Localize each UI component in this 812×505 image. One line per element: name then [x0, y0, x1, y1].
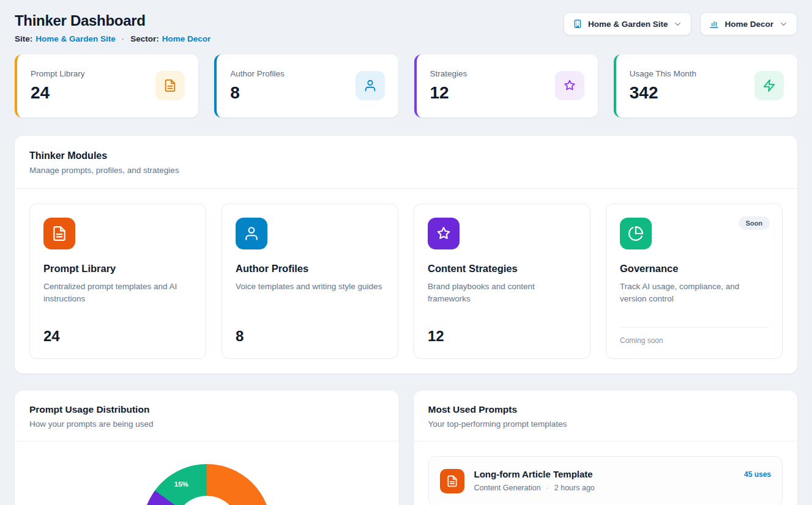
- prompt-usage-card: Prompt Usage Distribution How your promp…: [15, 391, 399, 505]
- stat-label: Strategies: [430, 69, 467, 78]
- breadcrumb: Site: Home & Garden Site · Sector: Home …: [15, 34, 210, 43]
- document-icon: [440, 469, 464, 493]
- donut-slice-label: 15%: [174, 481, 188, 488]
- stat-value: 12: [430, 83, 467, 103]
- module-title: Prompt Library: [43, 263, 192, 275]
- module-description: Centralized prompt templates and AI inst…: [43, 281, 190, 306]
- stat-info: Author Profiles 8: [230, 69, 285, 103]
- module-card-governance[interactable]: Soon Governance Track AI usage, complian…: [606, 204, 783, 359]
- prompt-title: Long-form Article Template: [474, 469, 595, 479]
- module-card-content-strategies[interactable]: Content Strategies Brand playbooks and c…: [414, 204, 590, 359]
- module-count: 12: [428, 328, 576, 345]
- prompt-uses-badge: 45 uses: [744, 469, 771, 479]
- prompt-list-item[interactable]: Long-form Article Template Content Gener…: [428, 456, 783, 505]
- site-selector[interactable]: Home & Garden Site: [564, 12, 692, 35]
- stat-info: Prompt Library 24: [31, 69, 85, 103]
- zap-icon: [754, 71, 784, 100]
- card-subtitle: Your top-performing prompt templates: [428, 419, 783, 429]
- module-title: Content Strategies: [428, 263, 576, 275]
- thinker-modules-panel: Thinker Modules Manage prompts, profiles…: [15, 136, 797, 374]
- donut-chart: 15%: [143, 464, 271, 505]
- module-card-prompt-library[interactable]: Prompt Library Centralized prompt templa…: [29, 204, 206, 359]
- bottom-row: Prompt Usage Distribution How your promp…: [15, 391, 797, 505]
- module-description: Track AI usage, compliance, and version …: [620, 281, 767, 306]
- card-head: Prompt Usage Distribution How your promp…: [15, 391, 399, 441]
- stat-info: Usage This Month 342: [630, 69, 696, 103]
- stat-value: 24: [31, 83, 85, 103]
- prompt-list: Long-form Article Template Content Gener…: [414, 441, 798, 505]
- module-description: Voice templates and writing style guides: [236, 281, 382, 293]
- chevron-down-icon: [673, 20, 682, 29]
- module-title: Author Profiles: [236, 263, 384, 275]
- module-title: Governance: [620, 263, 769, 275]
- panel-title: Thinker Modules: [29, 150, 783, 161]
- module-card-author-profiles[interactable]: Author Profiles Voice templates and writ…: [222, 204, 398, 359]
- stats-row: Prompt Library 24 Author Profiles 8 Stra…: [15, 54, 797, 117]
- document-icon: [43, 218, 75, 249]
- star-icon: [555, 71, 584, 100]
- dashboard-page: Thinker Dashboard Site: Home & Garden Si…: [0, 0, 812, 505]
- separator-dot: ·: [546, 484, 549, 492]
- bar-chart-icon: [709, 19, 719, 29]
- building-icon: [573, 19, 583, 29]
- user-icon: [236, 218, 267, 249]
- chart-area: 15%: [15, 441, 399, 505]
- prompt-category: Content Generation: [474, 484, 541, 492]
- document-icon: [155, 71, 185, 100]
- site-link[interactable]: Home & Garden Site: [35, 34, 116, 43]
- soon-badge: Soon: [739, 216, 770, 230]
- stat-card-author-profiles: Author Profiles 8: [214, 54, 398, 117]
- stat-label: Usage This Month: [630, 69, 696, 78]
- stat-label: Author Profiles: [230, 69, 285, 78]
- panel-subtitle: Manage prompts, profiles, and strategies: [29, 166, 783, 175]
- prompt-meta: Content Generation · 2 hours ago: [474, 484, 595, 492]
- card-title: Prompt Usage Distribution: [29, 404, 384, 415]
- sector-selector[interactable]: Home Decor: [700, 12, 797, 35]
- prompt-info: Long-form Article Template Content Gener…: [474, 469, 595, 492]
- sector-link[interactable]: Home Decor: [162, 34, 211, 43]
- header-actions: Home & Garden Site Home Decor: [564, 12, 797, 35]
- stat-value: 8: [230, 83, 285, 103]
- star-icon: [428, 218, 460, 249]
- stat-card-strategies: Strategies 12: [414, 54, 598, 117]
- user-icon: [356, 71, 385, 100]
- site-selector-label: Home & Garden Site: [588, 20, 668, 29]
- header: Thinker Dashboard Site: Home & Garden Si…: [15, 12, 797, 43]
- card-title: Most Used Prompts: [428, 404, 783, 415]
- pie-chart-icon: [620, 218, 652, 249]
- stat-label: Prompt Library: [31, 69, 85, 78]
- stat-value: 342: [630, 83, 696, 103]
- modules-grid: Prompt Library Centralized prompt templa…: [15, 189, 797, 374]
- stat-card-usage: Usage This Month 342: [614, 54, 797, 117]
- stat-card-prompt-library: Prompt Library 24: [15, 54, 198, 117]
- header-titles: Thinker Dashboard Site: Home & Garden Si…: [15, 12, 210, 43]
- coming-soon-text: Coming soon: [620, 327, 769, 345]
- most-used-prompts-card: Most Used Prompts Your top-performing pr…: [414, 391, 798, 505]
- chevron-down-icon: [779, 20, 788, 29]
- card-subtitle: How your prompts are being used: [29, 419, 384, 429]
- module-description: Brand playbooks and content frameworks: [428, 281, 575, 306]
- page-title: Thinker Dashboard: [15, 12, 210, 29]
- module-count: 24: [43, 328, 192, 345]
- panel-head: Thinker Modules Manage prompts, profiles…: [15, 136, 797, 188]
- separator-dot: ·: [122, 34, 125, 43]
- module-count: 8: [236, 328, 384, 345]
- prompt-time: 2 hours ago: [554, 484, 595, 492]
- sector-label: Sector:: [130, 34, 159, 43]
- card-head: Most Used Prompts Your top-performing pr…: [414, 391, 798, 441]
- sector-selector-label: Home Decor: [724, 20, 773, 29]
- stat-info: Strategies 12: [430, 69, 467, 103]
- site-label: Site:: [15, 34, 32, 43]
